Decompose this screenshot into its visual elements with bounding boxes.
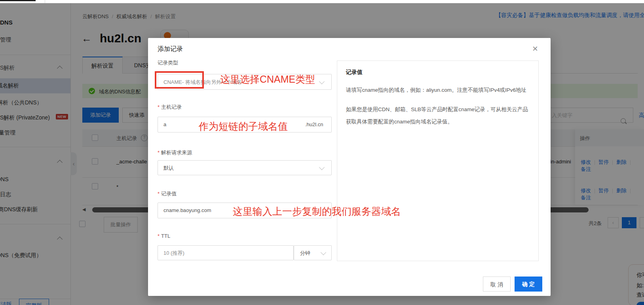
ttl-value: 10 (推荐) [163,250,184,257]
record-value-label: *记录值 [158,190,177,197]
resolve-line-label: *解析请求来源 [158,149,192,156]
help-panel-paragraph: 如果您是使用CDN、邮箱、SLB等云产品时配置cname记录，可从相关云产品获取… [346,103,530,128]
top-divider [45,0,45,3]
annotation-server-domain: 这里输入上一步复制的我们服务器域名 [233,205,401,218]
cancel-button[interactable]: 取 消 [483,277,511,292]
modal-title: 添加记录 [158,45,183,53]
host-record-suffix: .hu2l.cn [305,121,323,127]
top-black-bar [0,0,36,1]
required-mark: * [158,104,160,110]
required-mark: * [158,233,160,239]
required-mark: * [158,191,160,197]
record-value-help-panel: 记录值 请填写cname指向的域名，例如：aliyun.com。注意不能填写IP… [337,61,539,261]
resolve-line-value: 默认 [163,165,174,172]
host-record-label: *主机记录 [158,104,182,111]
help-panel-title: 记录值 [346,69,530,76]
resolve-line-select[interactable] [158,160,332,175]
record-value-value: cname.baoyung.com [163,207,211,213]
annotation-select-cname: 这里选择CNAME类型 [220,73,315,86]
host-record-value: a [163,121,166,127]
annotation-red-box [155,71,204,89]
ttl-label: *TTL [158,233,170,239]
required-mark: * [158,150,160,155]
annotation-subdomain: 作为短链的子域名值 [199,120,288,133]
record-type-label: 记录类型 [158,59,178,66]
add-record-modal: 添加记录 × 记录类型 CNAME- 将域名指向另外一个域名 *主机记录 a .… [148,38,551,296]
ttl-unit-value: 分钟 [300,250,310,257]
help-panel-paragraph: 请填写cname指向的域名，例如：aliyun.com。注意不能填写IPv4或I… [346,84,530,96]
confirm-button[interactable]: 确 定 [515,277,542,292]
browser-top-strip [0,0,644,3]
close-icon[interactable]: × [532,44,538,53]
ttl-unit-select[interactable] [294,245,332,260]
